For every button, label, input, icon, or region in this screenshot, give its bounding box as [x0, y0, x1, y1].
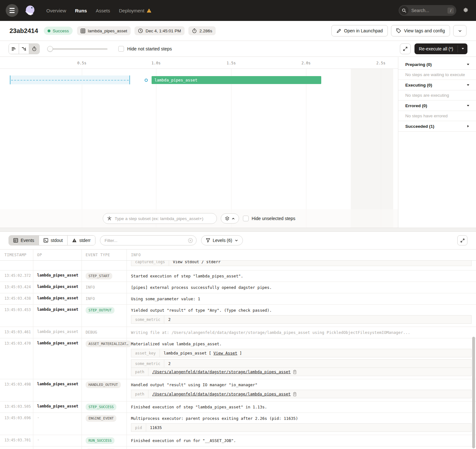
search-input[interactable] — [411, 8, 447, 13]
event-type-badge: RUN_SUCCESS — [86, 437, 114, 444]
metadata-text: [ — [209, 351, 212, 355]
metadata-text: 11635 — [150, 425, 162, 430]
hide-unselected-checkbox-row[interactable]: Hide unselected steps — [243, 216, 296, 221]
col-event-type: EVENT TYPE — [82, 250, 127, 260]
event-row[interactable]: 13:45:03.461lambda_pipes_assetDEBUGWriti… — [0, 327, 476, 338]
reexecute-all-button[interactable]: Re-execute all (*) — [414, 43, 467, 54]
hamburger-menu-button[interactable] — [6, 4, 18, 17]
hide-unselected-checkbox[interactable] — [243, 216, 249, 221]
event-type-text: INFO — [86, 284, 95, 290]
expand-icon — [403, 47, 408, 51]
event-row[interactable]: 13:45:03.498lambda_pipes_assetHANDLED_OU… — [0, 379, 476, 401]
metadata-group: captured_logsView stdout / stderr — [131, 261, 472, 266]
event-info: captured_logsView stdout / stderr — [127, 261, 476, 270]
step-section-header-0[interactable]: Preparing (0) — [398, 59, 476, 70]
dagster-logo-icon[interactable] — [23, 4, 37, 17]
event-op: - — [33, 446, 82, 449]
event-row[interactable]: 13:45:03.505lambda_pipes_assetSTEP_SUCCE… — [0, 401, 476, 413]
step-status-panel: Preparing (0)No steps are waiting to exe… — [398, 57, 476, 228]
events-expand-button[interactable] — [457, 235, 467, 245]
search-icon — [400, 6, 408, 15]
event-row[interactable]: 13:45:03.424lambda_pipes_assetINFO[pipes… — [0, 282, 476, 293]
log-tabs: Eventsstdoutstderr — [9, 235, 95, 245]
event-info: Writing file at: /Users/alangenfeld/data… — [127, 327, 476, 338]
event-message: Yielded output "result" of type "Any". (… — [131, 308, 472, 313]
metadata-group: some_metric2 — [131, 315, 472, 324]
copy-icon[interactable] — [293, 370, 297, 374]
nav-item-runs[interactable]: Runs — [75, 8, 87, 13]
hide-not-started-checkbox-row[interactable]: Hide not started steps — [118, 46, 172, 52]
view-mode-waterfall-icon[interactable] — [19, 44, 29, 54]
event-info: Handled output "result" using IO manager… — [127, 379, 476, 401]
col-info: INFO — [127, 250, 476, 260]
event-row[interactable]: 13:45:03.701-RUN_SUCCESSFinished executi… — [0, 435, 476, 446]
gantt-expand-button[interactable] — [400, 43, 411, 54]
step-subset-input-wrap[interactable] — [103, 213, 217, 224]
metadata-text: ] — [239, 351, 242, 355]
metadata-group: asset_keylambda_pipes_asset[View Asset] — [131, 349, 472, 357]
step-section-title: Preparing (0) — [405, 62, 432, 67]
event-type-cell: STEP_START — [82, 270, 127, 282]
clear-filter-icon[interactable] — [188, 238, 193, 243]
open-in-launchpad-button[interactable]: Open in Launchpad — [331, 25, 388, 36]
metadata-link[interactable]: /Users/alangenfeld/data/dagster/storage/… — [152, 369, 291, 374]
settings-gear-button[interactable] — [463, 7, 469, 14]
tab-stderr[interactable]: stderr — [68, 236, 95, 245]
timeline-gridline — [306, 69, 306, 228]
zoom-slider-track[interactable] — [47, 48, 108, 50]
run-actions-chevron-button[interactable] — [453, 25, 466, 36]
events-panel: Eventsstdoutstderr Levels (6) TIMESTAMP … — [0, 232, 476, 449]
status-dot — [48, 29, 50, 32]
tab-stdout[interactable]: stdout — [39, 236, 68, 245]
global-search[interactable]: / — [399, 5, 456, 16]
metadata-link[interactable]: /Users/alangenfeld/data/dagster/storage/… — [152, 392, 291, 396]
metadata-table: path/Users/alangenfeld/data/dagster/stor… — [131, 368, 472, 376]
event-row[interactable]: 13:45:02.372lambda_pipes_assetSTEP_START… — [0, 270, 476, 282]
events-table: TIMESTAMP OP EVENT TYPE INFO captured_lo… — [0, 249, 476, 449]
start-time-tag: Dec 4, 1:45:01 PM — [134, 26, 185, 35]
col-timestamp: TIMESTAMP — [0, 250, 33, 260]
event-row[interactable]: 13:45:03.438lambda_pipes_assetINFOUsing … — [0, 293, 476, 305]
view-tags-config-button[interactable]: View tags and config — [391, 25, 450, 36]
view-logs-link[interactable]: View stdout / stderr — [173, 261, 221, 264]
view-asset-link[interactable]: View Asset — [213, 351, 237, 355]
view-mode-flat-icon[interactable] — [9, 44, 19, 54]
event-type-cell: ASSET_MATERIALIZAT… — [82, 338, 127, 379]
step-section-header-3[interactable]: Succeeded (1) — [398, 121, 476, 132]
nav-item-label: Assets — [96, 8, 110, 13]
levels-dropdown-button[interactable]: Levels (6) — [201, 235, 243, 245]
nav-item-deployment[interactable]: Deployment — [119, 8, 152, 13]
funnel-icon — [206, 238, 210, 243]
after-run-shade — [351, 69, 393, 228]
zoom-slider-knob[interactable] — [47, 46, 53, 52]
view-mode-timed-icon[interactable] — [29, 44, 39, 54]
job-tag[interactable]: lambda_pipes_asset — [77, 26, 131, 35]
event-row[interactable]: captured_logsView stdout / stderr — [0, 261, 476, 270]
nav-item-overview[interactable]: Overview — [46, 8, 66, 13]
event-row[interactable]: 13:45:03.716-ENGINE_EVENTProcess for run… — [0, 446, 476, 449]
log-filter-input[interactable] — [105, 238, 188, 243]
gantt-step-bar[interactable]: lambda_pipes_asset — [152, 76, 321, 84]
event-row[interactable]: 13:45:03.453lambda_pipes_assetSTEP_OUTPU… — [0, 305, 476, 327]
event-info: Materialized value lambda_pipes_asset.as… — [127, 338, 476, 379]
step-section-subtitle: No steps have errored — [398, 111, 476, 121]
search-shortcut-badge: / — [447, 8, 454, 14]
dependency-dot-icon — [145, 79, 148, 82]
event-row[interactable]: 13:45:03.470lambda_pipes_assetASSET_MATE… — [0, 338, 476, 379]
metadata-key: pid — [131, 424, 146, 432]
hide-not-started-checkbox[interactable] — [118, 46, 124, 52]
panel-splitter[interactable] — [0, 228, 476, 232]
step-section-header-2[interactable]: Errored (0) — [398, 101, 476, 111]
graph-query-toggle-button[interactable] — [221, 213, 239, 224]
step-section-header-1[interactable]: Executing (0) — [398, 80, 476, 90]
tab-events[interactable]: Events — [9, 236, 39, 245]
zoom-slider[interactable] — [47, 46, 108, 52]
step-subset-input[interactable] — [115, 216, 213, 221]
log-filter[interactable] — [100, 235, 197, 245]
event-type-text: DEBUG — [86, 329, 97, 335]
events-scrollbar-thumb[interactable] — [472, 337, 475, 448]
copy-icon[interactable] — [293, 392, 297, 396]
nav-item-assets[interactable]: Assets — [96, 8, 110, 13]
reexecute-caret-button[interactable] — [458, 43, 467, 54]
event-row[interactable]: 13:45:03.696-ENGINE_EVENTMultiprocess ex… — [0, 413, 476, 435]
